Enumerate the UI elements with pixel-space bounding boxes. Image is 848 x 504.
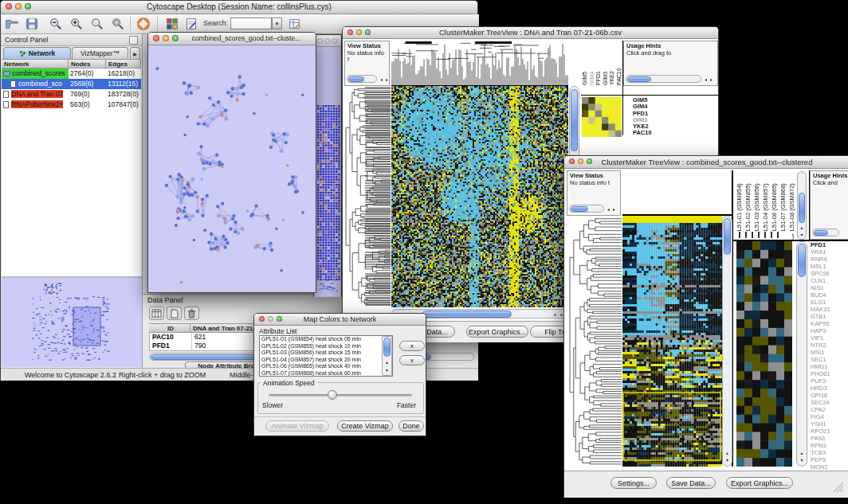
zoom-selected-button[interactable] [109,16,127,32]
gene-label[interactable]: RNR4 [811,256,848,263]
column-header-edges[interactable]: Edges [106,59,141,68]
gene-label[interactable]: PFD1 [811,241,848,248]
tv2-zoom-vscrollbar[interactable]: ▴ ▾ [796,241,807,467]
column-header-nodes[interactable]: Nodes [69,59,106,68]
tv1-similarity-matrix-canvas[interactable] [582,97,622,137]
search-input[interactable] [230,18,272,29]
minimize-button[interactable] [578,158,583,164]
gene-label[interactable]: NTR2 [811,342,848,349]
zoom-button[interactable] [277,316,282,322]
gene-label[interactable]: VIP1 [811,334,848,342]
attribute-item[interactable]: GPL51-01 (GSM854) heat shock 05 min [260,336,392,343]
treeview2-title-bar[interactable]: ClusterMaker TreeView : combined_scores_… [564,156,848,169]
scroll-thumb[interactable] [422,311,512,318]
scroll-down-arrow[interactable]: ▾ [798,232,806,238]
gene-label[interactable]: CLN1 [811,277,848,284]
scroll-thumb[interactable] [348,76,364,82]
minimize-button[interactable] [324,38,330,44]
gene-label[interactable]: HAP3 [811,327,848,334]
zoom-out-button[interactable] [47,16,65,32]
scroll-up-arrow[interactable]: ▴ [798,225,806,231]
background-window-title-bar[interactable] [314,35,341,47]
birdseye-panel[interactable] [2,276,142,367]
gene-label[interactable]: FIG4 [811,413,848,420]
scroll-thumb[interactable] [814,230,828,236]
tab-vizmapper[interactable]: VizMapper™ [72,47,128,59]
help-lifering-icon[interactable] [135,16,152,32]
scroll-right-arrow[interactable]: ▸ [611,206,617,213]
background-network-window[interactable] [313,34,342,297]
zoom-fit-button[interactable] [88,16,106,32]
scroll-left-arrow[interactable]: ◂ [552,311,558,318]
close-button[interactable] [153,35,159,41]
array-column-label[interactable]: GPL51-01 (GSM854) [735,171,744,240]
minimize-button[interactable] [15,3,22,10]
scroll-left-arrow[interactable]: ◂ [379,76,384,83]
animation-speed-slider-track[interactable] [269,394,412,397]
network-window-title-bar[interactable]: combined_scores_good.txt--cluste... [148,33,316,45]
tv2-settings-button[interactable]: Settings... [610,477,657,489]
gene-label[interactable]: MSL1 [811,263,848,270]
tv1-usage-hscrollbar[interactable] [626,75,701,83]
network-row[interactable]: RNAPuberNov2+ 563(0) 107847(0) [2,100,141,110]
new-attribute-icon[interactable] [167,307,182,320]
attribute-list-vscrollbar[interactable]: ▴ ▾ [382,336,392,376]
gene-label[interactable]: SEC1 [811,356,848,363]
close-button[interactable] [6,3,12,10]
attribute-browser-icon[interactable] [286,16,304,32]
zoom-in-button[interactable] [68,16,85,32]
tv2-heatmap-vscrollbar[interactable]: ▴ ▾ [722,216,732,467]
network-row[interactable]: DNA and Tran 07 769(0) 183728(0) [2,89,141,100]
array-column-label[interactable]: GPL51-04 (GSM857) [761,171,770,240]
grid-network-canvas[interactable] [314,48,341,297]
tv2-status-hscrollbar[interactable] [569,205,604,213]
tab-network[interactable]: Network [3,47,71,59]
tv1-export-graphics-button[interactable]: Export Graphics... [466,326,528,338]
tv2-collabel-vscrollbar[interactable]: ▴ ▾ [797,171,807,240]
scroll-right-arrow[interactable]: ▸ [709,76,714,83]
close-button[interactable] [569,158,575,164]
close-button[interactable] [347,29,353,35]
scroll-up-arrow[interactable]: ▴ [383,359,391,365]
attribute-item[interactable]: GPL51-06 (GSM865) heat shock 40 min [260,363,392,370]
tv2-usage-hscrollbar[interactable] [812,229,839,236]
scroll-down-arrow[interactable]: ▾ [723,457,732,463]
scroll-left-arrow[interactable]: ◂ [703,76,709,83]
gene-label[interactable]: YRA1 [811,248,848,256]
network-row-selected[interactable]: combined_sco 2569(6) 13112(15) [2,79,141,89]
select-attributes-icon[interactable] [149,307,164,320]
move-up-button[interactable]: ∧ [399,341,425,351]
array-column-label[interactable]: GPL51-02 (GSM855) [744,171,752,240]
tab-overflow-button[interactable]: ▶ [130,47,140,59]
minimize-button[interactable] [163,35,169,41]
zoom-button[interactable] [332,38,337,44]
gene-label[interactable]: ELG1 [811,299,848,306]
close-button[interactable] [259,316,265,322]
treeview1-title-bar[interactable]: ClusterMaker TreeView : DNA and Tran 07-… [343,27,718,39]
array-column-label[interactable]: GPL51-07 (GSM868) [779,171,787,240]
column-header-network[interactable]: Network [2,59,69,68]
minimize-button[interactable] [268,316,273,322]
tv2-column-dendrogram-area[interactable] [622,170,732,214]
close-button[interactable] [317,38,323,44]
tv1-row-dendrogram-canvas[interactable] [344,86,391,307]
tv1-column-dendrogram-canvas[interactable] [391,41,568,85]
attribute-item[interactable]: GPL51-02 (GSM855) heat shock 10 min [260,343,392,350]
tv2-zoom-heatmap-canvas[interactable] [736,241,792,467]
scroll-thumb[interactable] [571,206,588,212]
move-down-button[interactable]: ∨ [399,355,425,365]
minimize-button[interactable] [356,29,362,35]
search-dropdown-button[interactable]: ▼ [272,18,282,29]
birdseye-canvas[interactable] [2,279,140,367]
vizmapper-palette-icon[interactable] [163,16,181,32]
matrix-row-label[interactable]: PAC10 [633,130,665,136]
gene-label[interactable]: PHO81 [811,370,848,377]
matrix-column-label[interactable]: YKE2 [609,41,616,85]
scroll-thumb[interactable] [799,193,805,223]
gene-label[interactable]: RPO21 [811,428,848,435]
array-column-label[interactable]: GPL51-08 (GSM872) [787,171,796,240]
done-button[interactable]: Done [398,420,424,432]
main-title-bar[interactable]: Cytoscape Desktop (Session Name: collins… [1,1,477,14]
animate-vizmap-button[interactable]: Animate Vizmap [265,420,329,432]
array-column-label[interactable]: GPL51-06 (GSM865) [770,171,779,240]
